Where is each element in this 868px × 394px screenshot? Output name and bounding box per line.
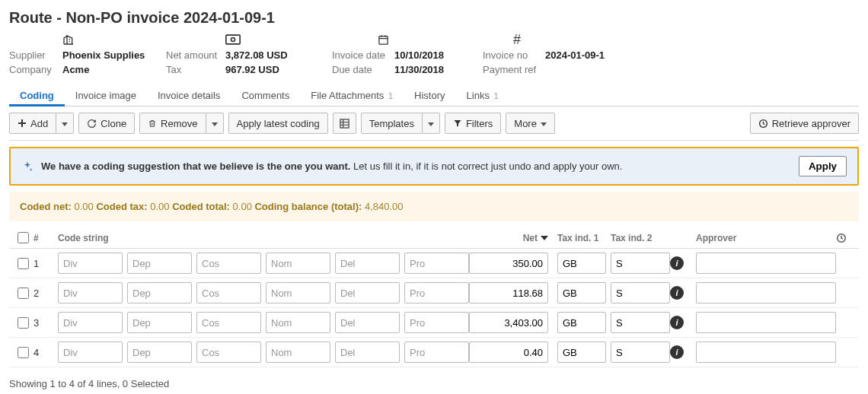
taxind2-input[interactable]: [611, 342, 670, 363]
info-icon[interactable]: i: [670, 316, 684, 329]
code-cos-input[interactable]: [196, 253, 261, 274]
add-button[interactable]: Add: [9, 113, 56, 134]
footer-status: Showing 1 to 4 of 4 lines, 0 Selected: [9, 378, 859, 389]
col-codestring-header[interactable]: Code string: [53, 233, 469, 243]
apply-suggestion-button[interactable]: Apply: [799, 156, 847, 176]
chevron-down-icon: [62, 118, 68, 129]
taxind1-input[interactable]: [557, 253, 606, 274]
approver-input[interactable]: [696, 342, 836, 363]
taxind1-input[interactable]: [557, 342, 606, 363]
remove-dropdown[interactable]: [206, 113, 224, 134]
hash-icon: #: [483, 31, 635, 48]
tab-links[interactable]: Links 1: [456, 84, 509, 106]
net-input[interactable]: [469, 312, 548, 333]
code-div-input[interactable]: [58, 342, 123, 363]
coding-grid: # Code string Net Tax ind. 1 Tax ind. 2 …: [9, 227, 859, 367]
grid-view-button[interactable]: [333, 113, 356, 134]
code-pro-input[interactable]: [404, 282, 469, 303]
code-nom-input[interactable]: [266, 282, 330, 303]
tab-invoice-image[interactable]: Invoice image: [65, 84, 147, 106]
code-nom-input[interactable]: [266, 253, 330, 274]
chevron-down-icon: [212, 118, 218, 129]
meta-block: SupplierPhoenix Supplies CompanyAcme Net…: [9, 31, 859, 77]
code-dep-input[interactable]: [127, 253, 192, 274]
col-net-header[interactable]: Net: [469, 233, 553, 243]
svg-point-1: [231, 38, 235, 42]
invoicedate-value: 10/10/2018: [394, 48, 444, 62]
duedate-value: 11/30/2018: [394, 62, 444, 77]
approver-input[interactable]: [696, 312, 836, 333]
code-del-input[interactable]: [335, 342, 400, 363]
approver-input[interactable]: [696, 253, 836, 274]
suggestion-message: We have a coding suggestion that we beli…: [41, 160, 791, 172]
more-button[interactable]: More: [506, 113, 555, 134]
retrieve-approver-button[interactable]: Retrieve approver: [750, 113, 859, 134]
company-icon: [9, 31, 166, 48]
code-div-input[interactable]: [58, 253, 123, 274]
net-input[interactable]: [469, 282, 548, 303]
templates-button[interactable]: Templates: [361, 113, 423, 134]
select-all-checkbox[interactable]: [18, 232, 29, 243]
tab-history[interactable]: History: [404, 84, 455, 106]
code-cos-input[interactable]: [196, 312, 261, 333]
info-icon[interactable]: i: [670, 345, 684, 359]
row-checkbox[interactable]: [18, 288, 29, 299]
tab-comments[interactable]: Comments: [231, 84, 300, 106]
table-row: 3i: [9, 308, 859, 338]
col-approver-header[interactable]: Approver: [691, 233, 836, 243]
apply-latest-coding-button[interactable]: Apply latest coding: [228, 113, 328, 134]
col-clock-header[interactable]: [836, 233, 856, 243]
filters-button[interactable]: Filters: [445, 113, 501, 134]
row-checkbox[interactable]: [18, 258, 29, 269]
code-div-input[interactable]: [58, 282, 123, 303]
clone-button[interactable]: Clone: [78, 113, 135, 134]
templates-dropdown[interactable]: [423, 113, 440, 134]
tax-value: 967.92 USD: [225, 62, 279, 77]
taxind2-input[interactable]: [611, 282, 670, 303]
code-pro-input[interactable]: [404, 312, 469, 333]
code-cos-input[interactable]: [196, 282, 261, 303]
taxind1-input[interactable]: [557, 282, 606, 303]
grid-header-row: # Code string Net Tax ind. 1 Tax ind. 2 …: [9, 227, 859, 249]
row-checkbox[interactable]: [18, 347, 29, 358]
taxind2-input[interactable]: [611, 312, 670, 333]
info-icon[interactable]: i: [670, 286, 684, 300]
code-pro-input[interactable]: [404, 342, 469, 363]
code-nom-input[interactable]: [266, 342, 330, 363]
info-icon[interactable]: i: [670, 256, 684, 270]
code-del-input[interactable]: [335, 282, 400, 303]
code-cos-input[interactable]: [196, 342, 261, 363]
net-input[interactable]: [469, 253, 548, 274]
plus-icon: [18, 119, 27, 128]
netamount-label: Net amount: [166, 48, 225, 62]
net-input[interactable]: [469, 342, 548, 363]
col-taxind1-header[interactable]: Tax ind. 1: [553, 233, 606, 243]
approver-input[interactable]: [696, 282, 836, 303]
duedate-label: Due date: [332, 62, 394, 77]
add-dropdown[interactable]: [56, 113, 74, 134]
tab-file-attachments[interactable]: File Attachments 1: [300, 84, 404, 106]
sparkle-icon: [21, 160, 34, 173]
code-del-input[interactable]: [335, 253, 400, 274]
code-nom-input[interactable]: [266, 312, 330, 333]
clock-icon: [758, 119, 768, 129]
chevron-down-icon: [541, 118, 547, 129]
taxind2-input[interactable]: [611, 253, 670, 274]
invoiceno-value: 2024-01-09-1: [545, 48, 605, 62]
code-dep-input[interactable]: [127, 342, 192, 363]
tab-invoice-details[interactable]: Invoice details: [147, 84, 231, 106]
remove-button[interactable]: Remove: [139, 113, 206, 134]
code-pro-input[interactable]: [404, 253, 469, 274]
code-div-input[interactable]: [58, 312, 123, 333]
code-dep-input[interactable]: [127, 282, 192, 303]
svg-rect-3: [340, 119, 349, 127]
col-num-header[interactable]: #: [34, 233, 53, 243]
supplier-value: Phoenix Supplies: [62, 48, 145, 62]
tab-coding[interactable]: Coding: [9, 84, 65, 106]
row-checkbox[interactable]: [18, 317, 29, 329]
clock-icon: [836, 233, 847, 243]
col-taxind2-header[interactable]: Tax ind. 2: [606, 233, 670, 243]
code-dep-input[interactable]: [127, 312, 192, 333]
code-del-input[interactable]: [335, 312, 400, 333]
taxind1-input[interactable]: [557, 312, 606, 333]
